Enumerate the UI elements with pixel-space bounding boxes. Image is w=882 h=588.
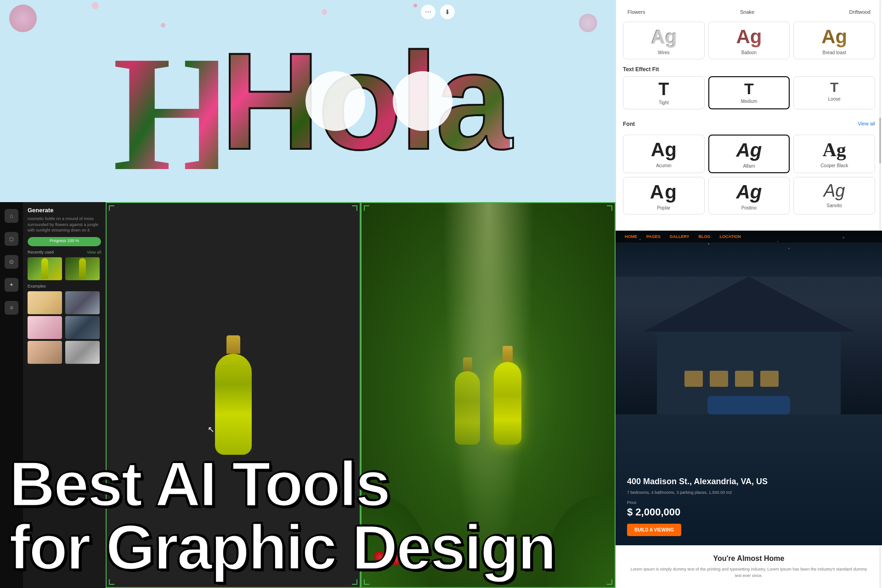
handle-br: [352, 579, 357, 585]
cooper-label: Cooper Black: [797, 163, 871, 168]
thumb-example-2[interactable]: [65, 291, 100, 314]
fit-medium[interactable]: T Medium: [708, 76, 790, 109]
ag-wires-display: Ag: [627, 26, 701, 48]
hola-display: Hola: [220, 32, 510, 170]
ag-alfarn-display: Ag: [713, 139, 786, 161]
sidebar-icon-layers[interactable]: ≡: [5, 301, 18, 315]
font-card-balloon[interactable]: Ag Balloon: [708, 22, 790, 59]
re-nav-pages[interactable]: PAGES: [646, 234, 661, 239]
sidebar-icon-home[interactable]: ⌂: [5, 209, 18, 223]
view-all-link[interactable]: View all: [87, 250, 101, 254]
tab-flowers[interactable]: Flowers: [623, 7, 650, 17]
realestate-panel: HOME PAGES GALLERY BLOG LOCATION: [616, 231, 882, 545]
re-nav-blog[interactable]: BLOG: [699, 234, 711, 239]
ag-bread-display: Ag: [797, 26, 871, 48]
gen-panel-left[interactable]: ↖: [106, 202, 361, 588]
re-cta-button[interactable]: BUILD A VIEWING: [627, 524, 681, 536]
almost-home-title: You're Almost Home: [627, 554, 871, 563]
ag-poplar-display: Ag: [627, 181, 701, 203]
scrollbar-thumb: [879, 118, 881, 164]
font-card-bread[interactable]: Ag Bread toast: [793, 22, 875, 59]
font-card-alfarn[interactable]: Ag Alfarn: [708, 135, 790, 173]
star-4: ✦: [788, 247, 790, 250]
t-tight-icon: T: [627, 80, 701, 98]
sidebar-icon-generate[interactable]: ✦: [5, 278, 18, 292]
left-area: H: [0, 0, 616, 588]
re-hero: ✦ ✦ ✦ ✦ ✦ 400 Madison St., Alexandria, V…: [616, 231, 882, 545]
window-1: [684, 371, 703, 387]
bottle-container-left: [215, 203, 252, 587]
font-card-sanvito[interactable]: Ag Sanvito: [793, 177, 875, 215]
re-price: $ 2,000,000: [627, 506, 871, 518]
font-view-all[interactable]: View all: [858, 121, 875, 126]
font-card-postino[interactable]: Ag Postino: [708, 177, 790, 215]
font-card-poplar[interactable]: Ag Poplar: [623, 177, 705, 215]
bottom-section: ⌂ ◻ ⊙ ✦ ≡ Generate cosmetic bottle on a …: [0, 202, 616, 588]
sidebar-icon-assets[interactable]: ◻: [5, 232, 18, 246]
foliage-right: [546, 495, 615, 587]
almost-home-text: Lorem Ipsum is simply dummy text of the …: [627, 566, 871, 579]
thumb-example-3[interactable]: [28, 316, 62, 339]
handle-bl: [109, 579, 114, 585]
t-medium-icon: T: [713, 81, 786, 96]
header-icons: ⋯ ⬇: [421, 5, 455, 19]
progress-fill: Progress 100 %: [28, 237, 101, 246]
thumb-example-4[interactable]: [65, 316, 100, 339]
thumb-example-5[interactable]: [28, 341, 62, 364]
scrollbar[interactable]: [879, 0, 881, 231]
re-house-img: ✦ ✦ ✦ ✦ ✦: [616, 231, 882, 414]
gen-panel-right[interactable]: [361, 202, 616, 588]
balloon-label: Balloon: [712, 50, 786, 55]
window-2: [710, 371, 728, 387]
handle2-tr: [607, 205, 612, 211]
almost-home: You're Almost Home Lorem Ipsum is simply…: [616, 545, 882, 588]
gen-preview: ↖: [106, 202, 616, 588]
t-loose-icon: T: [797, 80, 871, 94]
re-nav-gallery[interactable]: GALLERY: [670, 234, 690, 239]
thumb-grid-examples: [28, 291, 101, 364]
bottle-jungle-left: [455, 357, 480, 445]
ag-balloon-display: Ag: [712, 26, 786, 48]
more-options-button[interactable]: ⋯: [421, 5, 435, 19]
text-fit-title: Text Effect Fit: [623, 66, 875, 73]
thumb-recent-1[interactable]: [28, 257, 62, 280]
font-card-acumin[interactable]: Ag Acumin: [623, 135, 705, 173]
main-container: H: [0, 0, 882, 588]
recently-used-label: Recently used View all: [28, 250, 101, 254]
texture-font-grid: Ag Wires Ag Balloon Ag Bread toast: [623, 22, 875, 59]
fit-loose[interactable]: T Loose: [793, 76, 875, 109]
font-section-title: Font: [623, 121, 635, 127]
font-panel: Flowers Snake Driftwood Ag Wires Ag Ball…: [616, 0, 882, 231]
poplar-label: Poplar: [627, 205, 701, 210]
ag-postino-display: Ag: [712, 181, 786, 203]
fit-tight[interactable]: T Tight: [623, 76, 705, 109]
handle2-bl: [364, 579, 369, 585]
tab-driftwood[interactable]: Driftwood: [845, 7, 875, 17]
sidebar: ⌂ ◻ ⊙ ✦ ≡: [0, 202, 23, 588]
thumb-example-6[interactable]: [65, 341, 100, 364]
windows: [684, 371, 813, 387]
progress-bar-container: Progress 100 %: [28, 237, 101, 246]
font-card-cooper[interactable]: Ag Cooper Black: [793, 135, 875, 173]
re-nav-home[interactable]: HOME: [625, 234, 637, 239]
bread-label: Bread toast: [797, 50, 871, 55]
thumb-example-1[interactable]: [28, 291, 62, 314]
re-nav-location[interactable]: LOCATION: [720, 234, 741, 239]
text-fit-grid: T Tight T Medium T Loose: [623, 76, 875, 109]
thumb-recent-2[interactable]: [65, 257, 100, 280]
window-4: [760, 371, 779, 387]
handle-tr: [352, 205, 357, 211]
tab-snake[interactable]: Snake: [735, 7, 759, 17]
handle-tl: [109, 205, 114, 211]
bottle-jungle-right: [494, 346, 521, 445]
generate-title: Generate: [28, 207, 101, 214]
sidebar-icon-search[interactable]: ⊙: [5, 255, 18, 269]
top-section: H: [0, 0, 616, 202]
font-card-wires[interactable]: Ag Wires: [623, 22, 705, 59]
house-silhouette: [643, 277, 854, 414]
re-nav: HOME PAGES GALLERY BLOG LOCATION: [616, 231, 882, 243]
re-details: 7 bedrooms, 4 bathrooms, 3 parking place…: [627, 490, 871, 496]
jungle-bg: [362, 203, 615, 587]
star-2: ✦: [707, 242, 710, 245]
download-button[interactable]: ⬇: [440, 5, 455, 19]
